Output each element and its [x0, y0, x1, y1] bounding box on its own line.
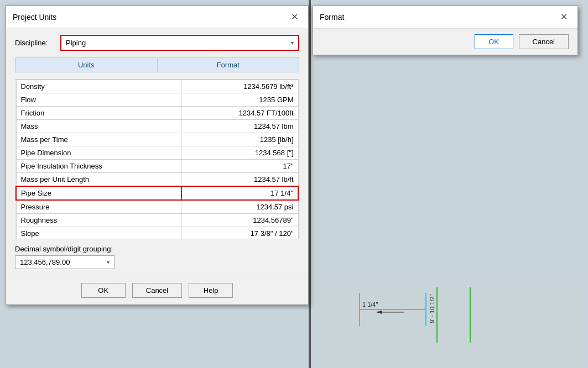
discipline-chevron-icon: ▾: [291, 40, 294, 46]
format-title: Format: [320, 13, 344, 22]
project-units-title: Project Units: [13, 13, 56, 22]
table-row[interactable]: Pipe Insulation Thickness 17": [16, 160, 298, 173]
decimal-chevron-icon: ▾: [107, 259, 110, 265]
table-row[interactable]: Mass per Unit Length 1234.57 lb/ft: [16, 173, 298, 187]
table-row[interactable]: Roughness 1234.56789": [16, 214, 298, 227]
project-units-help-button[interactable]: Help: [189, 283, 233, 298]
discipline-row: Discipline: Piping ▾: [15, 35, 299, 51]
table-row[interactable]: Slope 17 3/8" / 120": [16, 227, 298, 240]
table-row-pipe-size[interactable]: Pipe Size 17 1/4": [16, 186, 298, 200]
project-units-titlebar: Project Units ✕: [6, 6, 308, 28]
svg-text:9' - 10 1/2": 9' - 10 1/2": [429, 294, 435, 323]
project-units-footer: OK Cancel Help: [6, 276, 308, 304]
decimal-section: Decimal symbol/digit grouping: 123,456,7…: [15, 245, 299, 269]
svg-text:1 1/4": 1 1/4": [362, 301, 378, 308]
units-table-header: Units Format: [15, 57, 299, 72]
units-table-wrapper[interactable]: Density 1234.5679 lb/ft³ Flow 1235 GPM F…: [15, 79, 299, 239]
table-row[interactable]: Pressure 1234.57 psi: [16, 200, 298, 214]
discipline-select[interactable]: Piping ▾: [60, 35, 299, 51]
table-row[interactable]: Pipe Dimension 1234.568 ["]: [16, 146, 298, 160]
table-row[interactable]: Mass 1234.57 lbm: [16, 120, 298, 133]
table-row[interactable]: Density 1234.5679 lb/ft³: [16, 80, 298, 93]
format-cancel-button[interactable]: Cancel: [519, 34, 569, 49]
project-units-ok-button[interactable]: OK: [81, 283, 126, 298]
table-row[interactable]: Friction 1234.57 FT/100ft: [16, 107, 298, 120]
table-row[interactable]: Mass per Time 1235 [lb/h]: [16, 133, 298, 146]
decimal-value: 123,456,789.00: [20, 258, 70, 266]
discipline-value: Piping: [66, 39, 86, 47]
discipline-label: Discipline:: [15, 39, 54, 47]
dialog-divider: [309, 0, 311, 368]
project-units-content: Discipline: Piping ▾ Units Format Densit…: [6, 28, 308, 276]
decimal-label: Decimal symbol/digit grouping:: [15, 245, 299, 253]
project-units-dialog: Project Units ✕ Discipline: Piping ▾ Uni…: [6, 6, 309, 305]
decimal-select[interactable]: 123,456,789.00 ▾: [15, 255, 115, 269]
col-header-units: Units: [15, 58, 158, 72]
col-header-format: Format: [157, 58, 299, 72]
table-row[interactable]: Flow 1235 GPM: [16, 93, 298, 107]
project-units-cancel-button[interactable]: Cancel: [132, 283, 182, 298]
units-table-body: Density 1234.5679 lb/ft³ Flow 1235 GPM F…: [15, 80, 299, 239]
svg-rect-0: [315, 276, 586, 368]
drawing-background: 1 1/4" 9' - 10 1/2": [315, 276, 586, 368]
project-units-close-button[interactable]: ✕: [288, 10, 301, 23]
format-footer: OK Cancel: [313, 28, 577, 55]
format-dialog: Format ✕ Use project settings Units: Fra…: [313, 6, 578, 55]
format-titlebar: Format ✕: [313, 6, 577, 28]
format-ok-button[interactable]: OK: [475, 34, 513, 49]
format-close-button[interactable]: ✕: [557, 10, 571, 23]
